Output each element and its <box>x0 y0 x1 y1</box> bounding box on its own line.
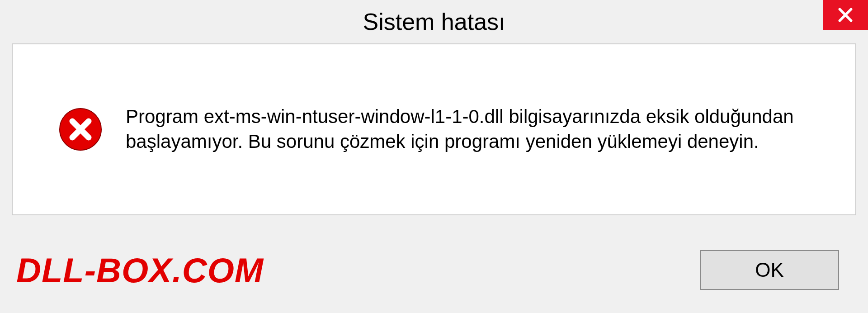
error-message: Program ext-ms-win-ntuser-window-l1-1-0.… <box>126 104 837 154</box>
error-dialog: Sistem hatası Program ext-ms-win-ntuser-… <box>0 0 868 313</box>
titlebar: Sistem hatası <box>0 0 868 43</box>
close-button[interactable] <box>823 0 868 30</box>
watermark-text: DLL-BOX.COM <box>16 251 264 290</box>
dialog-footer: DLL-BOX.COM OK <box>12 227 856 313</box>
content-panel: Program ext-ms-win-ntuser-window-l1-1-0.… <box>12 43 856 215</box>
dialog-title: Sistem hatası <box>363 8 505 35</box>
close-icon <box>837 6 854 24</box>
ok-button[interactable]: OK <box>700 250 839 290</box>
error-icon <box>58 107 103 152</box>
